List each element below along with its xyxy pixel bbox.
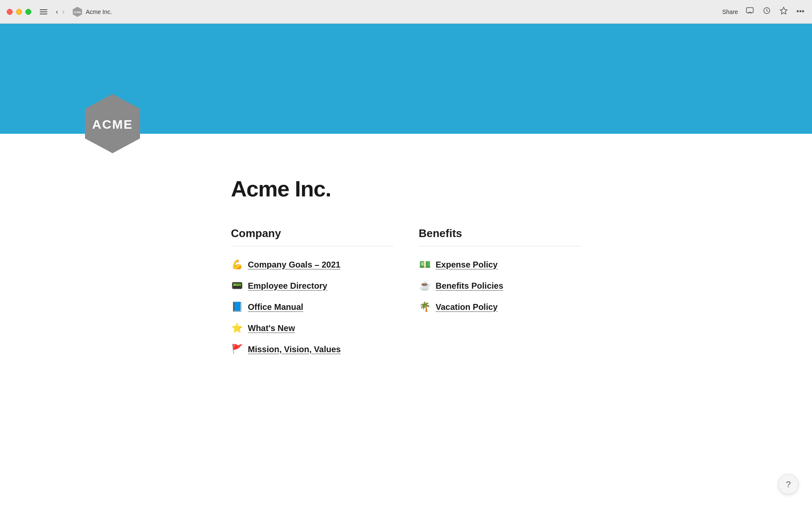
- employee-directory-link[interactable]: Employee Directory: [248, 281, 327, 291]
- company-goals-icon: 💪: [231, 259, 243, 270]
- expense-policy-icon: 💵: [419, 259, 431, 270]
- benefits-heading: Benefits: [419, 227, 581, 246]
- back-button[interactable]: ‹: [54, 8, 60, 16]
- maximize-button[interactable]: [25, 9, 31, 15]
- company-goals-link[interactable]: Company Goals – 2021: [248, 260, 340, 270]
- vacation-policy-icon: 🌴: [419, 301, 431, 312]
- list-item[interactable]: 📟 Employee Directory: [231, 276, 393, 295]
- list-item[interactable]: ☕ Benefits Policies: [419, 276, 581, 295]
- share-button[interactable]: Share: [722, 8, 738, 15]
- benefits-link-list: 💵 Expense Policy ☕ Benefits Policies 🌴 V…: [419, 255, 581, 317]
- nav-arrows: ‹ ›: [54, 8, 66, 16]
- employee-directory-icon: 📟: [231, 280, 243, 291]
- company-heading: Company: [231, 227, 393, 246]
- company-link-list: 💪 Company Goals – 2021 📟 Employee Direct…: [231, 255, 393, 359]
- list-item[interactable]: 📘 Office Manual: [231, 297, 393, 317]
- company-section: Company 💪 Company Goals – 2021 📟 Employe…: [231, 227, 393, 359]
- list-item[interactable]: 🚩 Mission, Vision, Values: [231, 340, 393, 359]
- page-title: Acme Inc.: [231, 176, 581, 202]
- minimize-button[interactable]: [16, 9, 22, 15]
- traffic-lights: [7, 9, 31, 15]
- list-item[interactable]: 🌴 Vacation Policy: [419, 297, 581, 317]
- help-button[interactable]: ?: [778, 474, 798, 494]
- svg-text:ACME: ACME: [74, 11, 81, 14]
- logo-container: ACME: [79, 90, 146, 159]
- benefits-policies-icon: ☕: [419, 280, 431, 291]
- app-logo: ACME Acme Inc.: [71, 6, 112, 18]
- vacation-policy-link[interactable]: Vacation Policy: [436, 302, 498, 312]
- acme-hex-logo: ACME: [79, 90, 146, 157]
- content-area: Acme Inc. Company 💪 Company Goals – 2021…: [152, 134, 660, 384]
- chrome-right-actions: Share •••: [722, 6, 805, 18]
- star-button[interactable]: [779, 6, 789, 18]
- whats-new-link[interactable]: What's New: [248, 323, 295, 333]
- office-manual-icon: 📘: [231, 301, 243, 312]
- mission-values-link[interactable]: Mission, Vision, Values: [248, 345, 341, 354]
- benefits-policies-link[interactable]: Benefits Policies: [436, 281, 503, 291]
- comments-button[interactable]: [745, 6, 755, 18]
- window-chrome: ‹ › ACME Acme Inc. Share ••: [0, 0, 812, 24]
- list-item[interactable]: 💪 Company Goals – 2021: [231, 255, 393, 274]
- close-button[interactable]: [7, 9, 13, 15]
- whats-new-icon: ⭐: [231, 323, 243, 334]
- list-item[interactable]: 💵 Expense Policy: [419, 255, 581, 274]
- svg-text:ACME: ACME: [92, 117, 133, 131]
- hero-banner: ACME: [0, 24, 812, 134]
- sidebar-toggle-button[interactable]: [36, 8, 51, 16]
- history-button[interactable]: [762, 6, 772, 18]
- mission-icon: 🚩: [231, 344, 243, 355]
- office-manual-link[interactable]: Office Manual: [248, 302, 303, 312]
- list-item[interactable]: ⭐ What's New: [231, 318, 393, 338]
- forward-button[interactable]: ›: [60, 8, 66, 16]
- sections-grid: Company 💪 Company Goals – 2021 📟 Employe…: [231, 227, 581, 359]
- main-window: ACME Acme Inc. Company 💪 Company Goals –…: [0, 24, 812, 508]
- acme-logo-icon: ACME: [71, 6, 83, 18]
- more-button[interactable]: •••: [796, 6, 805, 17]
- app-title: Acme Inc.: [86, 8, 112, 15]
- svg-marker-4: [780, 7, 787, 14]
- expense-policy-link[interactable]: Expense Policy: [436, 260, 498, 270]
- benefits-section: Benefits 💵 Expense Policy ☕ Benefits Pol…: [419, 227, 581, 359]
